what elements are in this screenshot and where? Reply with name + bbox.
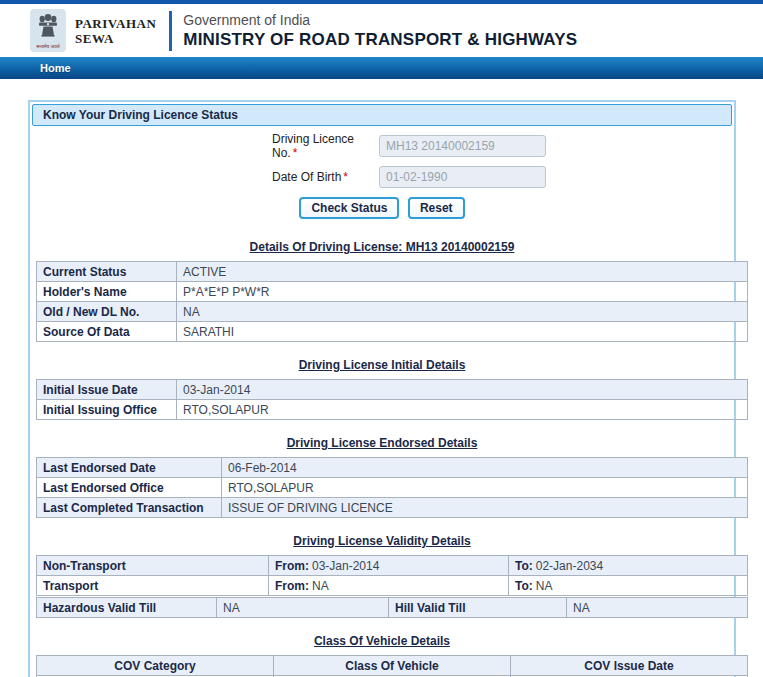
- logo-line2: SEWA: [75, 31, 156, 46]
- logo-line1: PARIVAHAN: [75, 16, 156, 31]
- parivahan-sewa-logo: PARIVAHAN SEWA: [75, 16, 156, 46]
- table-row: Initial Issuing Office RTO,SOLAPUR: [37, 400, 748, 420]
- from-prefix: From:: [275, 579, 309, 593]
- form-buttons: Check Status Reset: [30, 197, 734, 219]
- site-header: सत्यमेव जयते PARIVAHAN SEWA Government o…: [0, 4, 763, 57]
- validity-to-cell: To:02-Jan-2034: [509, 556, 748, 576]
- field-label-cell: Transport: [37, 576, 269, 596]
- dl-number-input[interactable]: [379, 135, 546, 157]
- table-row: Initial Issue Date 03-Jan-2014: [37, 380, 748, 400]
- emblem-caption: सत्यमेव जयते: [36, 44, 59, 49]
- validity-table: Non-Transport From:03-Jan-2014 To:02-Jan…: [36, 555, 748, 596]
- table-row: Transport From:NA To:NA: [37, 576, 748, 596]
- field-value-cell: RTO,SOLAPUR: [177, 400, 748, 420]
- dob-label-text: Date Of Birth: [272, 170, 341, 184]
- initial-details-table: Initial Issue Date 03-Jan-2014 Initial I…: [36, 379, 748, 420]
- cov-category-header: COV Category: [37, 656, 274, 676]
- field-value-cell: NA: [217, 598, 389, 618]
- field-label-cell: Hazardous Valid Till: [37, 598, 217, 618]
- table-row: Source Of Data SARATHI: [37, 322, 748, 342]
- field-label-cell: Source Of Data: [37, 322, 177, 342]
- cov-class-header: Class Of Vehicle: [274, 656, 511, 676]
- dob-label: Date Of Birth*: [272, 170, 379, 184]
- field-value-cell: 06-Feb-2014: [222, 458, 748, 478]
- field-label-cell: Last Endorsed Date: [37, 458, 222, 478]
- table-row: Non-Transport From:03-Jan-2014 To:02-Jan…: [37, 556, 748, 576]
- field-value-cell: 03-Jan-2014: [177, 380, 748, 400]
- table-row: Last Completed Transaction ISSUE OF DRIV…: [37, 498, 748, 518]
- reset-button[interactable]: Reset: [408, 197, 465, 219]
- validity-from-cell: From:NA: [269, 576, 509, 596]
- page-content: Know Your Driving Licence Status Driving…: [0, 79, 763, 677]
- table-header-row: COV Category Class Of Vehicle COV Issue …: [37, 656, 748, 676]
- endorsed-section-title: Driving License Endorsed Details: [30, 436, 734, 450]
- endorsed-details-table: Last Endorsed Date 06-Feb-2014 Last Endo…: [36, 457, 748, 518]
- dl-status-panel: Know Your Driving Licence Status Driving…: [28, 100, 736, 677]
- field-label-cell: Last Completed Transaction: [37, 498, 222, 518]
- field-label-cell: Initial Issuing Office: [37, 400, 177, 420]
- field-label-cell: Non-Transport: [37, 556, 269, 576]
- to-prefix: To:: [515, 579, 533, 593]
- header-divider: [169, 11, 172, 51]
- to-value: NA: [536, 579, 553, 593]
- field-value-cell: RTO,SOLAPUR: [222, 478, 748, 498]
- details-section-title: Details Of Driving License: MH13 2014000…: [30, 240, 734, 254]
- field-value-cell: SARATHI: [177, 322, 748, 342]
- to-prefix: To:: [515, 559, 533, 573]
- field-label-cell: Initial Issue Date: [37, 380, 177, 400]
- validity-section-title: Driving License Validity Details: [30, 534, 734, 548]
- table-row: Current Status ACTIVE: [37, 262, 748, 282]
- panel-title: Know Your Driving Licence Status: [32, 104, 732, 126]
- to-value: 02-Jan-2034: [536, 559, 603, 573]
- dl-number-label: Driving Licence No.*: [272, 132, 379, 160]
- ministry-block: Government of India MINISTRY OF ROAD TRA…: [183, 12, 577, 50]
- dl-number-required-asterisk: *: [293, 146, 298, 160]
- from-value: 03-Jan-2014: [312, 559, 379, 573]
- field-value-cell: NA: [567, 598, 748, 618]
- field-label-cell: Holder's Name: [37, 282, 177, 302]
- table-row: Hazardous Valid Till NA Hill Valid Till …: [37, 598, 748, 618]
- ministry-title: MINISTRY OF ROAD TRANSPORT & HIGHWAYS: [183, 30, 577, 50]
- field-label-cell: Hill Valid Till: [389, 598, 567, 618]
- table-row: Last Endorsed Office RTO,SOLAPUR: [37, 478, 748, 498]
- field-value-cell: NA: [177, 302, 748, 322]
- initial-section-title: Driving License Initial Details: [30, 358, 734, 372]
- main-navbar: Home: [0, 57, 763, 79]
- validity-extra-table: Hazardous Valid Till NA Hill Valid Till …: [36, 597, 748, 618]
- field-value-cell: P*A*E*P P*W*R: [177, 282, 748, 302]
- nav-home-link[interactable]: Home: [40, 62, 71, 74]
- dob-row: Date Of Birth*: [272, 166, 734, 188]
- dob-required-asterisk: *: [343, 170, 348, 184]
- cov-issue-date-header: COV Issue Date: [511, 656, 748, 676]
- field-label-cell: Old / New DL No.: [37, 302, 177, 322]
- dl-search-form: Driving Licence No.* Date Of Birth* Chec…: [30, 128, 734, 219]
- from-prefix: From:: [275, 559, 309, 573]
- validity-to-cell: To:NA: [509, 576, 748, 596]
- table-row: Holder's Name P*A*E*P P*W*R: [37, 282, 748, 302]
- field-value-cell: ISSUE OF DRIVING LICENCE: [222, 498, 748, 518]
- dl-number-label-text: Driving Licence No.: [272, 132, 354, 160]
- field-value-cell: ACTIVE: [177, 262, 748, 282]
- cov-section-title: Class Of Vehicle Details: [30, 634, 734, 648]
- field-label-cell: Current Status: [37, 262, 177, 282]
- dob-input[interactable]: [379, 166, 546, 188]
- details-table: Current Status ACTIVE Holder's Name P*A*…: [36, 261, 748, 342]
- table-row: Last Endorsed Date 06-Feb-2014: [37, 458, 748, 478]
- ashoka-emblem-icon: सत्यमेव जयते: [30, 9, 66, 52]
- check-status-button[interactable]: Check Status: [299, 197, 399, 219]
- government-of-india-text: Government of India: [183, 12, 577, 28]
- table-row: Old / New DL No. NA: [37, 302, 748, 322]
- dl-number-row: Driving Licence No.*: [272, 135, 734, 157]
- from-value: NA: [312, 579, 329, 593]
- field-label-cell: Last Endorsed Office: [37, 478, 222, 498]
- cov-table: COV Category Class Of Vehicle COV Issue …: [36, 655, 748, 677]
- validity-from-cell: From:03-Jan-2014: [269, 556, 509, 576]
